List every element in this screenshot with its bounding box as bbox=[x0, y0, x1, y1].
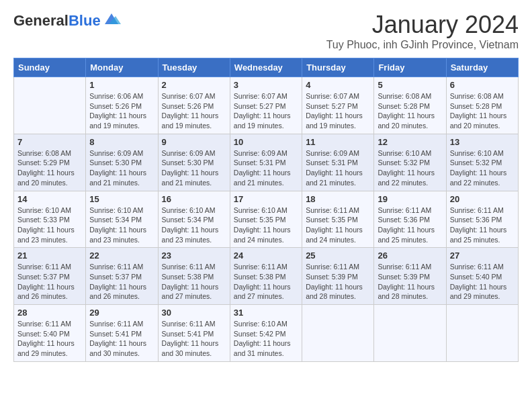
title-area: January 2024 Tuy Phuoc, inh GJinh Provin… bbox=[326, 11, 519, 51]
calendar-cell: 30Sunrise: 6:11 AMSunset: 5:41 PMDayligh… bbox=[158, 305, 230, 362]
calendar-cell: 26Sunrise: 6:11 AMSunset: 5:39 PMDayligh… bbox=[374, 248, 446, 305]
weekday-header-friday: Friday bbox=[374, 58, 446, 77]
day-number: 28 bbox=[17, 308, 82, 318]
weekday-header-thursday: Thursday bbox=[302, 58, 374, 77]
calendar-table: SundayMondayTuesdayWednesdayThursdayFrid… bbox=[13, 58, 519, 362]
day-detail: Sunrise: 6:07 AMSunset: 5:27 PMDaylight:… bbox=[234, 91, 298, 131]
calendar-cell: 10Sunrise: 6:09 AMSunset: 5:31 PMDayligh… bbox=[230, 134, 302, 191]
day-detail: Sunrise: 6:11 AMSunset: 5:39 PMDaylight:… bbox=[378, 262, 442, 302]
day-number: 14 bbox=[17, 194, 82, 204]
calendar-cell: 27Sunrise: 6:11 AMSunset: 5:40 PMDayligh… bbox=[446, 248, 518, 305]
day-number: 27 bbox=[450, 250, 515, 261]
day-number: 6 bbox=[450, 80, 515, 90]
day-detail: Sunrise: 6:11 AMSunset: 5:40 PMDaylight:… bbox=[450, 262, 515, 302]
calendar-cell: 14Sunrise: 6:10 AMSunset: 5:33 PMDayligh… bbox=[14, 191, 86, 248]
header: GeneralBlue January 2024 Tuy Phuoc, inh … bbox=[13, 11, 519, 51]
day-number: 5 bbox=[378, 80, 442, 90]
day-number: 11 bbox=[306, 137, 370, 147]
day-detail: Sunrise: 6:11 AMSunset: 5:40 PMDaylight:… bbox=[17, 319, 82, 359]
day-number: 13 bbox=[450, 137, 515, 147]
calendar-cell bbox=[374, 305, 446, 362]
day-detail: Sunrise: 6:07 AMSunset: 5:26 PMDaylight:… bbox=[162, 91, 226, 131]
day-detail: Sunrise: 6:09 AMSunset: 5:30 PMDaylight:… bbox=[162, 148, 226, 188]
day-number: 31 bbox=[234, 308, 298, 318]
day-detail: Sunrise: 6:11 AMSunset: 5:41 PMDaylight:… bbox=[162, 319, 226, 359]
weekday-header-monday: Monday bbox=[86, 58, 158, 77]
day-number: 20 bbox=[450, 194, 515, 204]
calendar-cell: 2Sunrise: 6:07 AMSunset: 5:26 PMDaylight… bbox=[158, 77, 230, 134]
calendar-cell: 1Sunrise: 6:06 AMSunset: 5:26 PMDaylight… bbox=[86, 77, 158, 134]
calendar-cell: 23Sunrise: 6:11 AMSunset: 5:38 PMDayligh… bbox=[158, 248, 230, 305]
day-detail: Sunrise: 6:07 AMSunset: 5:27 PMDaylight:… bbox=[306, 91, 370, 131]
calendar-cell: 4Sunrise: 6:07 AMSunset: 5:27 PMDaylight… bbox=[302, 77, 374, 134]
calendar-week-3: 14Sunrise: 6:10 AMSunset: 5:33 PMDayligh… bbox=[14, 191, 519, 248]
calendar-week-1: 1Sunrise: 6:06 AMSunset: 5:26 PMDaylight… bbox=[14, 77, 519, 134]
day-detail: Sunrise: 6:09 AMSunset: 5:31 PMDaylight:… bbox=[234, 148, 298, 188]
calendar-cell: 18Sunrise: 6:11 AMSunset: 5:35 PMDayligh… bbox=[302, 191, 374, 248]
calendar-cell: 24Sunrise: 6:11 AMSunset: 5:38 PMDayligh… bbox=[230, 248, 302, 305]
day-detail: Sunrise: 6:08 AMSunset: 5:28 PMDaylight:… bbox=[450, 91, 515, 131]
calendar-cell: 22Sunrise: 6:11 AMSunset: 5:37 PMDayligh… bbox=[86, 248, 158, 305]
calendar-cell: 20Sunrise: 6:11 AMSunset: 5:36 PMDayligh… bbox=[446, 191, 518, 248]
day-number: 8 bbox=[89, 137, 154, 147]
day-detail: Sunrise: 6:09 AMSunset: 5:31 PMDaylight:… bbox=[306, 148, 370, 188]
calendar-cell: 15Sunrise: 6:10 AMSunset: 5:34 PMDayligh… bbox=[86, 191, 158, 248]
day-number: 19 bbox=[378, 194, 442, 204]
day-number: 1 bbox=[89, 80, 154, 90]
calendar-cell: 5Sunrise: 6:08 AMSunset: 5:28 PMDaylight… bbox=[374, 77, 446, 134]
day-detail: Sunrise: 6:11 AMSunset: 5:37 PMDaylight:… bbox=[89, 262, 154, 302]
day-detail: Sunrise: 6:08 AMSunset: 5:28 PMDaylight:… bbox=[378, 91, 442, 131]
calendar-week-5: 28Sunrise: 6:11 AMSunset: 5:40 PMDayligh… bbox=[14, 305, 519, 362]
calendar-cell: 21Sunrise: 6:11 AMSunset: 5:37 PMDayligh… bbox=[14, 248, 86, 305]
calendar-cell: 11Sunrise: 6:09 AMSunset: 5:31 PMDayligh… bbox=[302, 134, 374, 191]
logo: GeneralBlue bbox=[13, 13, 121, 28]
day-number: 4 bbox=[306, 80, 370, 90]
weekday-header-wednesday: Wednesday bbox=[230, 58, 302, 77]
calendar-cell: 31Sunrise: 6:10 AMSunset: 5:42 PMDayligh… bbox=[230, 305, 302, 362]
calendar-cell: 19Sunrise: 6:11 AMSunset: 5:36 PMDayligh… bbox=[374, 191, 446, 248]
day-detail: Sunrise: 6:10 AMSunset: 5:42 PMDaylight:… bbox=[234, 319, 298, 359]
day-detail: Sunrise: 6:10 AMSunset: 5:34 PMDaylight:… bbox=[162, 205, 226, 245]
calendar-cell: 6Sunrise: 6:08 AMSunset: 5:28 PMDaylight… bbox=[446, 77, 518, 134]
day-number: 29 bbox=[89, 308, 154, 318]
calendar-cell: 13Sunrise: 6:10 AMSunset: 5:32 PMDayligh… bbox=[446, 134, 518, 191]
day-number: 16 bbox=[162, 194, 226, 204]
calendar-cell: 8Sunrise: 6:09 AMSunset: 5:30 PMDaylight… bbox=[86, 134, 158, 191]
calendar-cell: 9Sunrise: 6:09 AMSunset: 5:30 PMDaylight… bbox=[158, 134, 230, 191]
day-detail: Sunrise: 6:10 AMSunset: 5:35 PMDaylight:… bbox=[234, 205, 298, 245]
day-detail: Sunrise: 6:10 AMSunset: 5:33 PMDaylight:… bbox=[17, 205, 82, 245]
day-detail: Sunrise: 6:11 AMSunset: 5:36 PMDaylight:… bbox=[450, 205, 515, 245]
calendar-week-4: 21Sunrise: 6:11 AMSunset: 5:37 PMDayligh… bbox=[14, 248, 519, 305]
day-detail: Sunrise: 6:09 AMSunset: 5:30 PMDaylight:… bbox=[89, 148, 154, 188]
day-number: 17 bbox=[234, 194, 298, 204]
day-detail: Sunrise: 6:11 AMSunset: 5:38 PMDaylight:… bbox=[162, 262, 226, 302]
calendar-cell: 7Sunrise: 6:08 AMSunset: 5:29 PMDaylight… bbox=[14, 134, 86, 191]
calendar-cell bbox=[302, 305, 374, 362]
day-detail: Sunrise: 6:11 AMSunset: 5:37 PMDaylight:… bbox=[17, 262, 82, 302]
day-number: 12 bbox=[378, 137, 442, 147]
calendar-title: January 2024 bbox=[326, 11, 519, 39]
weekday-header-tuesday: Tuesday bbox=[158, 58, 230, 77]
day-number: 7 bbox=[17, 137, 82, 147]
weekday-row: SundayMondayTuesdayWednesdayThursdayFrid… bbox=[14, 58, 519, 77]
day-detail: Sunrise: 6:08 AMSunset: 5:29 PMDaylight:… bbox=[17, 148, 82, 188]
logo-blue: Blue bbox=[69, 12, 101, 29]
calendar-cell: 25Sunrise: 6:11 AMSunset: 5:39 PMDayligh… bbox=[302, 248, 374, 305]
weekday-header-saturday: Saturday bbox=[446, 58, 518, 77]
calendar-cell: 16Sunrise: 6:10 AMSunset: 5:34 PMDayligh… bbox=[158, 191, 230, 248]
day-number: 26 bbox=[378, 250, 442, 261]
day-number: 9 bbox=[162, 137, 226, 147]
calendar-cell: 12Sunrise: 6:10 AMSunset: 5:32 PMDayligh… bbox=[374, 134, 446, 191]
calendar-week-2: 7Sunrise: 6:08 AMSunset: 5:29 PMDaylight… bbox=[14, 134, 519, 191]
logo-general: General bbox=[13, 12, 69, 29]
weekday-header-sunday: Sunday bbox=[14, 58, 86, 77]
day-detail: Sunrise: 6:11 AMSunset: 5:39 PMDaylight:… bbox=[306, 262, 370, 302]
calendar-subtitle: Tuy Phuoc, inh GJinh Province, Vietnam bbox=[326, 39, 519, 51]
day-detail: Sunrise: 6:06 AMSunset: 5:26 PMDaylight:… bbox=[89, 91, 154, 131]
day-detail: Sunrise: 6:11 AMSunset: 5:38 PMDaylight:… bbox=[234, 262, 298, 302]
day-number: 2 bbox=[162, 80, 226, 90]
day-number: 22 bbox=[89, 250, 154, 261]
day-detail: Sunrise: 6:11 AMSunset: 5:35 PMDaylight:… bbox=[306, 205, 370, 245]
day-number: 24 bbox=[234, 250, 298, 261]
day-number: 23 bbox=[162, 250, 226, 261]
